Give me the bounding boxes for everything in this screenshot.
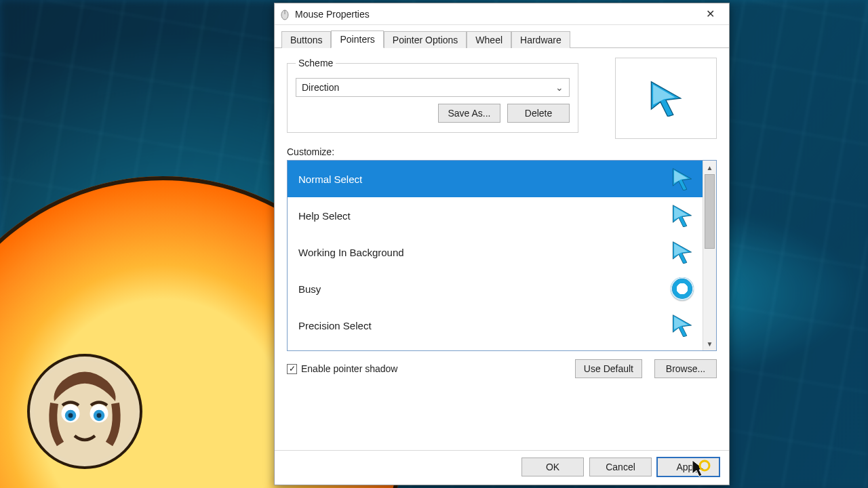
tab-wheel[interactable]: Wheel	[467, 31, 511, 48]
scheme-group: Scheme Direction ⌄ Save As... Delete	[287, 58, 578, 133]
cursor-name: Busy	[298, 283, 321, 295]
scheme-selected: Direction	[302, 82, 339, 93]
busy-cursor-icon	[670, 277, 694, 301]
arrow-cursor-icon	[670, 167, 694, 191]
checkbox-label: Enable pointer shadow	[301, 363, 397, 374]
titlebar[interactable]: Mouse Properties ✕	[275, 3, 729, 25]
browse-button[interactable]: Browse...	[654, 359, 717, 378]
list-item[interactable]: Working In Background	[288, 234, 703, 270]
list-item[interactable]: Busy	[288, 270, 703, 307]
list-item[interactable]: Help Select	[288, 197, 703, 234]
arrow-cursor-icon	[648, 80, 684, 117]
dialog-footer: OK Cancel Apply	[275, 450, 729, 485]
ok-button[interactable]: OK	[521, 458, 584, 476]
tab-buttons[interactable]: Buttons	[281, 31, 331, 48]
chevron-down-icon: ⌄	[555, 82, 564, 93]
cursor-listbox: Normal Select Help Select Working In Bac…	[287, 160, 717, 351]
arrow-cursor-icon	[670, 240, 694, 264]
list-item[interactable]: Precision Select	[288, 307, 703, 344]
apply-button[interactable]: Apply	[657, 458, 719, 476]
mouse-properties-dialog: Mouse Properties ✕ Buttons Pointers Poin…	[274, 3, 730, 485]
list-item[interactable]: Normal Select	[288, 161, 703, 197]
close-button[interactable]: ✕	[695, 5, 725, 24]
svg-point-5	[68, 413, 73, 418]
tabstrip: Buttons Pointers Pointer Options Wheel H…	[275, 25, 729, 48]
avatar	[27, 354, 142, 469]
scheme-legend: Scheme	[296, 58, 336, 68]
checkbox-icon: ✓	[287, 364, 297, 374]
customize-label: Customize:	[287, 146, 717, 157]
scrollbar[interactable]: ▲ ▼	[703, 161, 716, 350]
scroll-thumb[interactable]	[705, 174, 715, 249]
use-default-button[interactable]: Use Default	[575, 359, 642, 378]
cursor-name: Help Select	[298, 210, 351, 222]
cursor-preview	[615, 58, 717, 139]
cursor-name: Working In Background	[298, 247, 404, 258]
scroll-track[interactable]	[703, 174, 716, 337]
mouse-icon	[279, 8, 291, 20]
scroll-down-icon[interactable]: ▼	[703, 337, 716, 350]
cursor-name: Precision Select	[298, 320, 372, 331]
tab-pointers[interactable]: Pointers	[331, 30, 383, 48]
svg-point-6	[97, 413, 102, 418]
arrow-cursor-icon	[670, 203, 694, 228]
scheme-combobox[interactable]: Direction ⌄	[296, 78, 570, 97]
tab-pointer-options[interactable]: Pointer Options	[384, 31, 467, 48]
delete-button[interactable]: Delete	[507, 104, 570, 123]
tab-hardware[interactable]: Hardware	[511, 31, 570, 48]
window-title: Mouse Properties	[295, 9, 370, 20]
scroll-up-icon[interactable]: ▲	[703, 161, 716, 174]
close-icon: ✕	[706, 7, 715, 20]
save-as-button[interactable]: Save As...	[438, 104, 500, 123]
arrow-cursor-icon	[670, 313, 694, 338]
cursor-name: Normal Select	[298, 174, 362, 185]
cancel-button[interactable]: Cancel	[589, 458, 652, 476]
enable-shadow-checkbox[interactable]: ✓ Enable pointer shadow	[287, 363, 397, 374]
